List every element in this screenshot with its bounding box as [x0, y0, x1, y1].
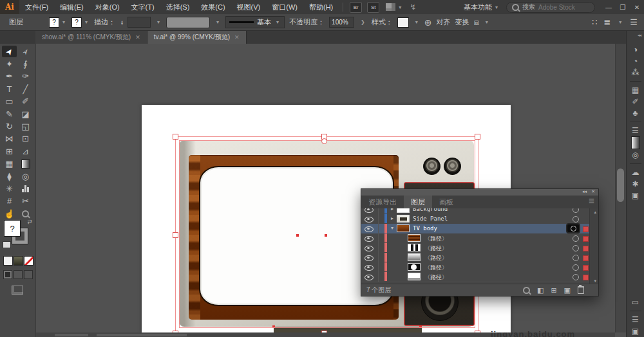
draw-normal-button[interactable]: [3, 270, 12, 279]
gradient-tool[interactable]: [18, 158, 33, 170]
selection-indicator[interactable]: [583, 236, 589, 242]
selection-handle[interactable]: [173, 232, 178, 238]
selection-center-handle[interactable]: [321, 138, 327, 144]
layer-name[interactable]: TV body: [413, 225, 437, 232]
menu-item-7[interactable]: 窗口(W): [266, 3, 303, 12]
menu-item-8[interactable]: 帮助(H): [303, 3, 339, 12]
rectangle-tool[interactable]: ▭: [2, 96, 17, 107]
expand-chevron-icon[interactable]: ▸: [391, 215, 393, 221]
chevron-down-icon[interactable]: ▾: [157, 19, 160, 25]
stroke-weight-stepper[interactable]: ▴▾: [121, 20, 123, 25]
layer-name[interactable]: 〈路径〉: [424, 244, 448, 253]
gpu-performance-icon[interactable]: ↯: [410, 3, 416, 12]
slice-tool[interactable]: ✂: [18, 196, 33, 207]
menu-item-5[interactable]: 效果(C): [195, 3, 231, 12]
layer-target-icon[interactable]: [573, 208, 579, 213]
path-row-〈路径〉[interactable]: 〈路径〉: [361, 262, 591, 273]
layer-thumbnail[interactable]: [408, 244, 421, 251]
align-button[interactable]: 对齐: [437, 17, 451, 27]
layer-target-icon[interactable]: [573, 216, 579, 223]
panel-tab-资源导出[interactable]: 资源导出: [361, 196, 404, 208]
layer-target-icon[interactable]: [573, 264, 579, 271]
transform-button[interactable]: 变换: [455, 17, 469, 27]
swatches-icon[interactable]: ▦: [632, 84, 639, 96]
document-tab-0[interactable]: show.ai* @ 111% (CMYK/预览)✕: [35, 31, 147, 44]
expand-panels-icon[interactable]: ◂◂: [638, 33, 641, 38]
fill-stroke-widget[interactable]: ? ⇄: [3, 219, 32, 248]
graphic-styles-icon[interactable]: ▣: [632, 190, 639, 201]
close-panel-icon[interactable]: ✕: [591, 189, 595, 194]
anchor-point[interactable]: [296, 234, 299, 237]
draw-behind-button[interactable]: [14, 270, 23, 279]
anchor-point[interactable]: [272, 325, 275, 328]
shaper-tool[interactable]: ✎: [2, 108, 17, 120]
scroll-down-icon[interactable]: ▾: [594, 278, 596, 284]
tv-knob[interactable]: [444, 158, 461, 175]
layer-thumbnail[interactable]: [397, 208, 410, 213]
tab-close-icon[interactable]: ✕: [234, 34, 240, 41]
visibility-eye-icon[interactable]: [365, 255, 374, 261]
layer-target-icon[interactable]: [573, 235, 579, 242]
opacity-field[interactable]: 100%: [329, 17, 354, 28]
delete-layer-icon[interactable]: [578, 286, 584, 294]
perspective-grid-tool[interactable]: ⊿: [18, 145, 33, 157]
layer-name[interactable]: Background: [413, 208, 448, 212]
symbol-sprayer-tool[interactable]: ✳: [2, 183, 17, 194]
chevron-down-icon[interactable]: ▾: [495, 5, 498, 10]
panel-tab-画板[interactable]: 画板: [432, 196, 460, 208]
panel-list-icon[interactable]: ☰: [630, 18, 638, 26]
path-row-〈路径〉[interactable]: 〈路径〉: [361, 243, 591, 253]
selection-indicator[interactable]: [583, 246, 589, 251]
selection-tool[interactable]: ➤: [2, 46, 17, 57]
expand-chevron-icon[interactable]: ▾: [391, 225, 393, 231]
layer-target-icon[interactable]: [566, 223, 580, 233]
path-row-〈路径〉[interactable]: 〈路径〉: [361, 272, 591, 282]
none-button[interactable]: [24, 256, 33, 266]
selection-indicator[interactable]: [583, 226, 589, 232]
panel-grip[interactable]: ◂◂ ✕: [361, 189, 598, 196]
minimize-button[interactable]: —: [601, 1, 616, 14]
curvature-tool[interactable]: ✑: [18, 71, 33, 82]
layer-name[interactable]: 〈路径〉: [424, 273, 448, 282]
close-button[interactable]: ✕: [630, 1, 644, 14]
arrange-panel-icon[interactable]: ≣: [603, 18, 611, 26]
gradient-icon[interactable]: [631, 136, 640, 149]
layer-thumbnail[interactable]: [397, 215, 410, 223]
panel-icon[interactable]: ▣: [632, 325, 639, 337]
chevron-down-icon[interactable]: ▾: [486, 19, 488, 25]
visibility-eye-icon[interactable]: [365, 226, 374, 232]
layer-thumbnail[interactable]: [408, 234, 421, 242]
stroke-icon[interactable]: ☰: [632, 125, 639, 136]
panel-scrollbar[interactable]: ▴ ▾: [589, 208, 598, 285]
stroke-color-dropdown[interactable]: ? ▾: [71, 17, 90, 28]
menu-item-3[interactable]: 文字(T): [126, 3, 160, 12]
layer-name[interactable]: 〈路径〉: [424, 235, 448, 243]
layer-thumbnail[interactable]: [408, 273, 421, 280]
mesh-tool[interactable]: ▦: [2, 158, 17, 170]
color-icon[interactable]: ◑: [633, 44, 638, 55]
tv-knob[interactable]: [423, 158, 440, 175]
menu-item-0[interactable]: 文件(F): [19, 3, 54, 12]
stock-icon[interactable]: St: [367, 2, 379, 13]
selection-indicator[interactable]: [583, 255, 589, 261]
panel-menu-icon[interactable]: ☰: [589, 197, 594, 205]
bridge-icon[interactable]: Br: [350, 2, 362, 13]
artboard-nav-widget[interactable]: [97, 334, 187, 336]
visibility-eye-icon[interactable]: [365, 236, 374, 242]
paintbrush-tool[interactable]: ✐: [18, 96, 33, 107]
variable-width-profile-dropdown[interactable]: 基本 ▾: [225, 16, 285, 28]
expand-chevron-icon[interactable]: ▸: [391, 208, 393, 212]
menu-item-6[interactable]: 视图(V): [231, 3, 267, 12]
fill-color-dropdown[interactable]: ? ▾: [49, 17, 67, 28]
menu-item-4[interactable]: 选择(S): [160, 3, 196, 12]
chevron-down-icon[interactable]: ▾: [399, 5, 401, 10]
column-graph-tool[interactable]: [18, 183, 33, 194]
selection-indicator[interactable]: [583, 275, 589, 280]
width-tool[interactable]: ⋈: [2, 133, 17, 145]
stroke-weight-field[interactable]: [128, 17, 151, 28]
layer-thumbnail[interactable]: [397, 224, 410, 232]
new-sublayer-icon[interactable]: ⊞: [551, 287, 556, 294]
selection-handle[interactable]: [173, 134, 178, 140]
line-segment-tool[interactable]: ╱: [18, 83, 33, 95]
lasso-tool[interactable]: ∮: [18, 58, 33, 69]
